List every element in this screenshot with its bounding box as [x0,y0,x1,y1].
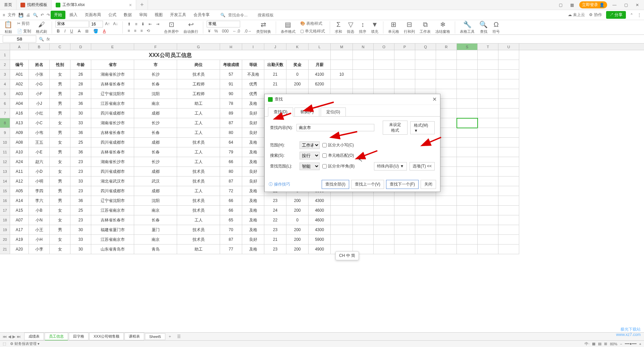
cell-G21[interactable]: 助工 [177,245,220,254]
cell-C12[interactable]: 女 [50,157,70,167]
col-header-J[interactable]: J [264,44,286,50]
cell-M17[interactable] [331,206,353,215]
status-icon[interactable]: ⬚ [3,342,6,346]
sheet-last-icon[interactable]: ⏭ [17,334,21,339]
close-tab-icon[interactable]: × [129,2,132,8]
cell-P20[interactable] [394,235,415,245]
cell-T2[interactable] [478,60,498,70]
cloud-status[interactable]: ☁ 未上云 [568,12,585,18]
cell-J19[interactable]: 23 [264,225,286,235]
cell-D11[interactable]: 36 [70,147,91,157]
cell-R2[interactable] [436,60,457,70]
merge-center[interactable]: ⊡合并居中 [163,20,180,34]
cell-H16[interactable]: 66 [220,196,242,206]
cell-U12[interactable] [498,157,519,167]
cell-L20[interactable]: 5900 [309,235,331,245]
cell-G19[interactable]: 技术员 [177,225,220,235]
row-header-17[interactable]: 17 [0,206,10,215]
cell-S2[interactable] [457,60,478,70]
cell-G11[interactable]: 工人 [177,147,220,157]
col-header-D[interactable]: D [70,44,91,50]
cell-M1[interactable] [331,50,353,60]
col-header-T[interactable]: T [478,44,498,50]
cell-A13[interactable]: A11 [10,167,29,177]
cell-U2[interactable] [498,60,519,70]
sum-group[interactable]: Σ求和 [333,21,343,34]
cell-T13[interactable] [478,167,498,177]
cell-H12[interactable]: 66 [220,157,242,167]
cell-U18[interactable] [498,215,519,225]
cell-D18[interactable]: 23 [70,215,91,225]
cell-E19[interactable]: 福建省厦门市 [91,225,134,235]
cell-G2[interactable]: 岗位 [177,60,220,70]
add-sheet-button[interactable]: + [166,334,174,339]
cell-N3[interactable] [353,70,374,79]
cell-H20[interactable]: 87 [220,235,242,245]
cell-S6[interactable] [457,99,478,109]
cell-P21[interactable] [394,245,415,254]
cell-R16[interactable] [436,196,457,206]
sheet-tab-1[interactable]: 员工信息 [45,333,68,341]
cell-J21[interactable]: 23 [264,245,286,254]
cell-N4[interactable] [353,79,374,89]
cell-A17[interactable]: A15 [10,206,29,215]
save-icon[interactable]: 💾 [18,13,23,17]
cell-style-button[interactable]: ▢ 单元格样式 [299,28,326,35]
cell-C3[interactable]: 女 [50,70,70,79]
cell-H4[interactable]: 91 [220,79,242,89]
cell-P17[interactable] [394,206,415,215]
cell-I2[interactable]: 等级 [242,60,264,70]
col-header-B[interactable]: B [29,44,50,50]
cell-O2[interactable] [374,60,394,70]
cell-G16[interactable]: 技术员 [177,196,220,206]
cell-T5[interactable] [478,89,498,99]
cell-A12[interactable]: A24 [10,157,29,167]
cell-U3[interactable] [498,70,519,79]
sheet-group[interactable]: ⧉工作表 [418,21,432,34]
cell-M16[interactable] [331,196,353,206]
cell-G14[interactable]: 技术员 [177,177,220,186]
cell-U19[interactable] [498,225,519,235]
cell-G9[interactable]: 工人 [177,128,220,138]
cell-D17[interactable]: 25 [70,206,91,215]
cell-H13[interactable]: 80 [220,167,242,177]
cell-D4[interactable]: 28 [70,79,91,89]
row-header-12[interactable]: 12 [0,157,10,167]
cell-S18[interactable] [457,215,478,225]
filter-group[interactable]: ▽筛选 [345,20,356,34]
cell-C11[interactable]: 男 [50,147,70,157]
cell-T12[interactable] [478,157,498,167]
formula-input[interactable] [52,37,641,42]
min-button[interactable]: — [610,3,619,7]
cell-Q21[interactable] [415,245,436,254]
cell-I20[interactable]: 良好 [242,235,264,245]
cell-D7[interactable]: 30 [70,109,91,118]
type-convert[interactable]: ⇄类型转换 [255,20,272,34]
cell-A5[interactable]: A03 [10,89,29,99]
cell-J3[interactable]: 21 [264,70,286,79]
cell-P18[interactable] [394,215,415,225]
cell-B19[interactable]: 小王 [29,225,50,235]
cell-D12[interactable]: 23 [70,157,91,167]
cell-C2[interactable]: 性别 [50,60,70,70]
cell-I13[interactable]: 良好 [242,167,264,177]
dialog-tab-goto[interactable]: 定位(G) [321,108,346,117]
cell-E11[interactable]: 吉林省长春市 [91,147,134,157]
cell-U11[interactable] [498,147,519,157]
format-general[interactable] [207,21,240,27]
cell-H9[interactable]: 80 [220,128,242,138]
match-checkbox[interactable] [322,153,327,158]
cell-T10[interactable] [478,138,498,147]
cell-T17[interactable] [478,206,498,215]
cell-F11[interactable]: 长春 [134,147,177,157]
cell-S7[interactable] [457,109,478,118]
row-header-2[interactable]: 2 [0,60,10,70]
cell-G7[interactable]: 工人 [177,109,220,118]
cell-R19[interactable] [436,225,457,235]
cell-O1[interactable] [374,50,394,60]
cell-F15[interactable]: 成都 [134,186,177,196]
find-prev-button[interactable]: 查找上一个(V) [351,180,384,189]
cell-A2[interactable]: 编号 [10,60,29,70]
cell-U13[interactable] [498,167,519,177]
cell-E12[interactable]: 湖南省长沙市 [91,157,134,167]
